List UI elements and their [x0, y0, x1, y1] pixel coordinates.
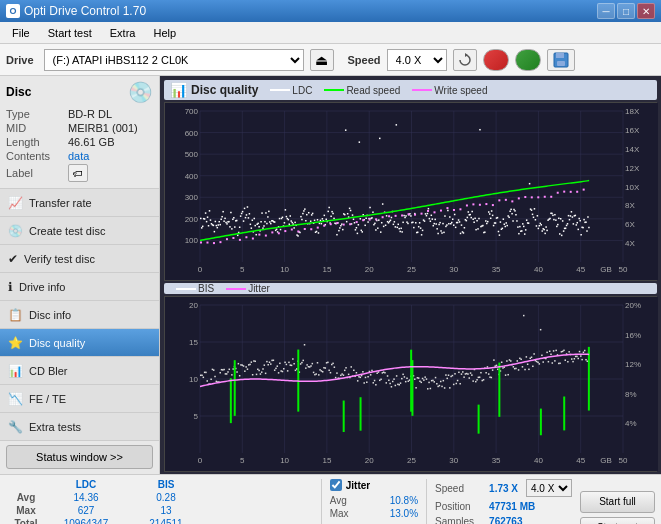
bis-total: 214511 — [126, 518, 206, 524]
max-label: Max — [6, 505, 46, 516]
fe-te-label: FE / TE — [29, 393, 66, 405]
ldc-header: LDC — [46, 479, 126, 490]
disc-icon: 💿 — [128, 80, 153, 104]
ldc-total: 10964347 — [46, 518, 126, 524]
stats-header-row: LDC BIS — [6, 479, 313, 490]
maximize-button[interactable]: □ — [617, 3, 635, 19]
sidebar-btn-extra-tests[interactable]: 🔧Extra tests — [0, 413, 159, 441]
speed-stat-select[interactable]: 4.0 X — [526, 479, 572, 497]
drive-label: Drive — [6, 54, 34, 66]
titlebar: O Opti Drive Control 1.70 ─ □ ✕ — [0, 0, 661, 22]
legend-jitter: Jitter — [226, 283, 270, 294]
disc-length-row: Length 46.61 GB — [6, 136, 153, 148]
start-part-button[interactable]: Start part — [580, 517, 655, 525]
speed-select[interactable]: 4.0 X — [387, 49, 447, 71]
extra-tests-icon: 🔧 — [8, 420, 23, 434]
color-button-2[interactable] — [515, 49, 541, 71]
bis-avg: 0.28 — [126, 492, 206, 503]
color-button-1[interactable] — [483, 49, 509, 71]
sidebar-btn-cd-bler[interactable]: 📊CD Bler — [0, 357, 159, 385]
extra-tests-label: Extra tests — [29, 421, 81, 433]
titlebar-buttons: ─ □ ✕ — [597, 3, 655, 19]
disc-length-label: Length — [6, 136, 68, 148]
sidebar-btn-disc-quality[interactable]: ⭐Disc quality — [0, 329, 159, 357]
jitter-avg-label: Avg — [330, 495, 386, 506]
jitter-header-label: Jitter — [346, 480, 370, 491]
legend-bis: BIS — [176, 283, 214, 294]
minimize-button[interactable]: ─ — [597, 3, 615, 19]
bis-max: 13 — [126, 505, 206, 516]
drive-select[interactable]: (F:) ATAPI iHBS112 2 CL0K — [44, 49, 304, 71]
disc-label-row: Label 🏷 — [6, 164, 153, 182]
disc-quality-icon: ⭐ — [8, 336, 23, 350]
jitter-checkbox[interactable] — [330, 479, 342, 491]
speed-refresh-button[interactable] — [453, 49, 477, 71]
verify-test-disc-icon: ✔ — [8, 252, 18, 266]
cd-bler-icon: 📊 — [8, 364, 23, 378]
jitter-avg-row: Avg 10.8% — [330, 495, 418, 506]
sidebar-btn-transfer-rate[interactable]: 📈Transfer rate — [0, 189, 159, 217]
total-label: Total — [6, 518, 46, 524]
app-title: Opti Drive Control 1.70 — [24, 4, 146, 18]
sidebar-btn-create-test-disc[interactable]: 💿Create test disc — [0, 217, 159, 245]
ldc-max: 627 — [46, 505, 126, 516]
menu-help[interactable]: Help — [145, 25, 184, 41]
disc-type-label: Type — [6, 108, 68, 120]
disc-label-label: Label — [6, 167, 68, 179]
ldc-avg: 14.36 — [46, 492, 126, 503]
samples-label: Samples — [435, 516, 485, 524]
save-button[interactable] — [547, 49, 575, 71]
samples-value: 762763 — [489, 516, 522, 524]
samples-stat-row: Samples 762763 — [435, 516, 572, 524]
stats-bar: LDC BIS Avg 14.36 0.28 Max 627 13 Total … — [0, 474, 661, 524]
jitter-max-value: 13.0% — [390, 508, 418, 519]
chart-header: 📊 Disc quality LDC Read speed Write spee… — [164, 80, 657, 100]
menu-start-test[interactable]: Start test — [40, 25, 100, 41]
chart-icon: 📊 — [170, 82, 187, 98]
jitter-max-row: Max 13.0% — [330, 508, 418, 519]
jitter-section: Jitter Avg 10.8% Max 13.0% — [321, 479, 418, 524]
legend-ldc: LDC — [270, 85, 312, 96]
titlebar-left: O Opti Drive Control 1.70 — [6, 4, 146, 18]
status-window-button[interactable]: Status window >> — [6, 445, 153, 469]
eject-button[interactable]: ⏏ — [310, 49, 334, 71]
disc-type-value: BD-R DL — [68, 108, 112, 120]
action-buttons: Start full Start part — [580, 479, 655, 524]
drive-info-icon: ℹ — [8, 280, 13, 294]
bottom-chart — [164, 296, 657, 472]
create-test-disc-label: Create test disc — [29, 225, 105, 237]
chart-area: 📊 Disc quality LDC Read speed Write spee… — [160, 76, 661, 474]
jitter-max-label: Max — [330, 508, 386, 519]
disc-header: Disc 💿 — [6, 80, 153, 104]
disc-mid-value: MEIRB1 (001) — [68, 122, 138, 134]
menu-file[interactable]: File — [4, 25, 38, 41]
sidebar-btn-disc-info[interactable]: 📋Disc info — [0, 301, 159, 329]
menu-extra[interactable]: Extra — [102, 25, 144, 41]
close-button[interactable]: ✕ — [637, 3, 655, 19]
drive-info-label: Drive info — [19, 281, 65, 293]
start-full-button[interactable]: Start full — [580, 491, 655, 513]
transfer-rate-icon: 📈 — [8, 196, 23, 210]
main-area: Disc 💿 Type BD-R DL MID MEIRB1 (001) Len… — [0, 76, 661, 474]
sidebar: Disc 💿 Type BD-R DL MID MEIRB1 (001) Len… — [0, 76, 160, 474]
stats-table: LDC BIS Avg 14.36 0.28 Max 627 13 Total … — [6, 479, 313, 524]
chart-title: Disc quality — [191, 83, 258, 97]
sidebar-btn-verify-test-disc[interactable]: ✔Verify test disc — [0, 245, 159, 273]
disc-contents-value: data — [68, 150, 89, 162]
stats-total-row: Total 10964347 214511 — [6, 518, 313, 524]
sidebar-buttons: 📈Transfer rate💿Create test disc✔Verify t… — [0, 189, 159, 441]
speed-label: Speed — [348, 54, 381, 66]
jitter-avg-value: 10.8% — [390, 495, 418, 506]
sidebar-btn-fe-te[interactable]: 📉FE / TE — [0, 385, 159, 413]
cd-bler-label: CD Bler — [29, 365, 68, 377]
disc-label-button[interactable]: 🏷 — [68, 164, 88, 182]
avg-label: Avg — [6, 492, 46, 503]
position-label: Position — [435, 501, 485, 512]
disc-quality-label: Disc quality — [29, 337, 85, 349]
disc-info-icon: 📋 — [8, 308, 23, 322]
top-chart-canvas — [165, 103, 658, 280]
sidebar-btn-drive-info[interactable]: ℹDrive info — [0, 273, 159, 301]
disc-section: Disc 💿 Type BD-R DL MID MEIRB1 (001) Len… — [0, 76, 159, 189]
jitter-header: Jitter — [330, 479, 370, 491]
svg-rect-3 — [557, 61, 565, 66]
